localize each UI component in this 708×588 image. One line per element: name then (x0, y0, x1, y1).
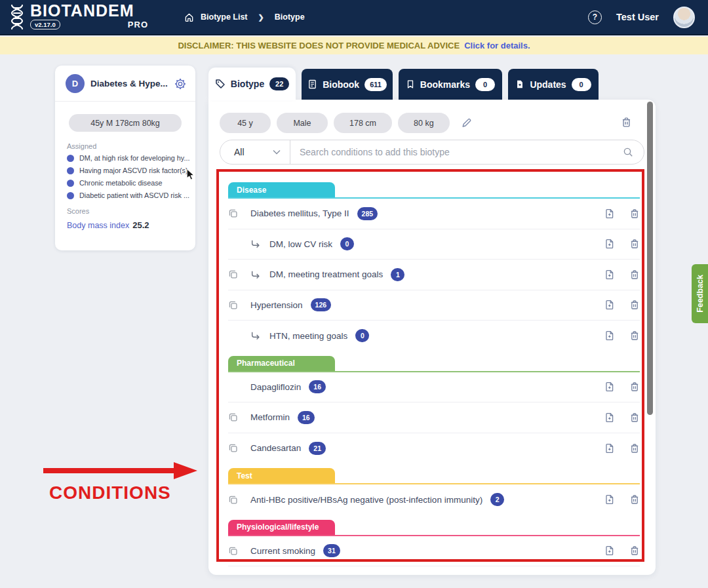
trash-icon[interactable] (621, 117, 632, 128)
brand-name: BIOTANDEM (30, 2, 148, 19)
condition-row: Current smoking 31 (228, 536, 640, 567)
disclaimer-details-link[interactable]: Click for details. (464, 41, 530, 50)
trash-icon[interactable] (629, 208, 640, 219)
user-avatar[interactable] (673, 7, 695, 28)
condition-row: Dapagliflozin 16 (228, 372, 640, 403)
book-icon (307, 79, 317, 89)
condition-search-bar: All (220, 140, 644, 165)
feedback-button[interactable]: Feedback (692, 264, 708, 323)
filter-pill-height[interactable]: 178 cm (334, 113, 392, 133)
condition-row: Candesartan 21 (228, 433, 640, 464)
help-icon[interactable]: ? (588, 10, 602, 24)
body-mass-index-value: 25.2 (132, 220, 149, 230)
tab-biotype[interactable]: Biotype 22 (208, 68, 296, 100)
tag-icon (215, 79, 226, 89)
trash-icon[interactable] (629, 382, 640, 392)
app-root: BIOTANDEM v2.17.0 PRO Biotype List ❯ Bio… (0, 0, 708, 588)
section-header: Test (228, 468, 335, 483)
file-plus-icon[interactable] (604, 494, 615, 505)
trash-icon[interactable] (629, 239, 640, 249)
file-plus-icon[interactable] (604, 330, 615, 341)
file-plus-icon[interactable] (604, 443, 615, 454)
trash-icon[interactable] (629, 494, 640, 505)
copy-icon[interactable] (228, 495, 241, 505)
section-physiological-lifestyle: Physiological/lifestyle Current smoking … (228, 520, 640, 576)
assigned-item: DM, at high risk for developing hy... (67, 154, 187, 162)
search-filter-dropdown[interactable]: All (220, 140, 290, 164)
condition-row: Hypertension 126 (228, 290, 640, 321)
condition-row: <20 pack-years of smoking 2 (228, 566, 640, 575)
copy-icon[interactable] (228, 269, 241, 279)
body-mass-index-link[interactable]: Body mass index (67, 221, 129, 230)
file-plus-icon[interactable] (604, 300, 615, 310)
bullet-dot-icon (67, 180, 74, 187)
condition-label: Candesartan (250, 443, 301, 453)
trash-icon[interactable] (629, 300, 640, 310)
bookmark-icon (406, 79, 415, 89)
copy-icon[interactable] (228, 208, 241, 218)
breadcrumb-biotype-list[interactable]: Biotype List (201, 12, 248, 22)
condition-label: Anti-HBc positive/HBsAg negative (post-i… (250, 495, 482, 505)
child-arrow-icon (250, 270, 262, 279)
file-icon (515, 79, 524, 89)
user-name: Test User (616, 12, 659, 22)
edit-pencil-icon[interactable] (461, 117, 472, 128)
condition-count-badge: 16 (309, 380, 326, 393)
filter-pill-age[interactable]: 45 y (220, 113, 271, 133)
copy-icon[interactable] (228, 412, 241, 422)
assigned-label: Assigned (67, 142, 195, 150)
condition-label: HTN, meeting goals (269, 331, 347, 341)
trash-icon[interactable] (629, 545, 640, 556)
biotype-title: Diabetes & Hype... (90, 79, 168, 88)
search-icon[interactable] (623, 147, 633, 157)
file-plus-icon[interactable] (604, 412, 615, 423)
tab-updates[interactable]: Updates 0 (508, 69, 599, 100)
search-input[interactable] (290, 147, 623, 157)
section-pharmaceutical: Pharmaceutical Dapagliflozin 16 Metformi… (228, 356, 640, 464)
copy-icon[interactable] (228, 546, 241, 556)
pro-label: PRO (128, 20, 148, 29)
tab-count-badge: 0 (475, 78, 495, 91)
condition-label: Diabetes mellitus, Type II (250, 208, 349, 218)
version-badge: v2.17.0 (30, 20, 60, 29)
vertical-scrollbar[interactable] (647, 102, 653, 415)
trash-icon[interactable] (629, 269, 640, 280)
condition-label: Current smoking (250, 546, 315, 556)
annotation-label: CONDITIONS (49, 482, 171, 503)
copy-icon[interactable] (228, 300, 241, 310)
section-test: Test Anti-HBc positive/HBsAg negative (p… (228, 468, 640, 515)
condition-count-badge: 2 (490, 493, 504, 506)
file-plus-icon[interactable] (604, 208, 615, 219)
condition-count-badge: 16 (298, 411, 315, 424)
condition-row: HTN, meeting goals 0 (228, 321, 640, 351)
condition-label: DM, low CV risk (269, 239, 332, 249)
home-icon[interactable] (184, 12, 194, 22)
condition-count-badge: 0 (340, 237, 354, 250)
tab-biobook[interactable]: Biobook 611 (302, 69, 393, 100)
tab-bookmarks[interactable]: Bookmarks 0 (399, 69, 502, 100)
file-plus-icon[interactable] (604, 239, 615, 249)
biotype-summary-card: D Diabetes & Hype... 45y M 178cm 80kg As… (55, 66, 195, 250)
file-plus-icon[interactable] (604, 269, 615, 280)
scores-label: Scores (67, 207, 195, 215)
condition-count-badge: 0 (355, 329, 369, 342)
breadcrumb-chevron-icon: ❯ (254, 13, 268, 22)
filter-pill-sex[interactable]: Male (277, 113, 328, 133)
conditions-list: Disease Diabetes mellitus, Type II 285 D… (228, 182, 640, 575)
file-plus-icon[interactable] (604, 545, 615, 556)
biotype-avatar: D (66, 74, 85, 93)
copy-icon[interactable] (228, 443, 241, 453)
trash-icon[interactable] (629, 443, 640, 454)
assigned-item: Chronic metabolic disease (67, 179, 187, 187)
trash-icon[interactable] (629, 330, 640, 341)
child-arrow-icon (250, 331, 262, 340)
gear-icon[interactable] (174, 78, 186, 90)
filter-pill-weight[interactable]: 80 kg (398, 113, 450, 133)
brand-logo[interactable]: BIOTANDEM v2.17.0 PRO (8, 2, 148, 33)
condition-label: Metformin (250, 412, 290, 422)
file-plus-icon[interactable] (604, 382, 615, 392)
section-underline (228, 535, 640, 536)
assigned-item: Diabetic patient with ASCVD risk ... (67, 191, 187, 199)
breadcrumb-biotype: Biotype (275, 12, 305, 22)
trash-icon[interactable] (629, 412, 640, 423)
